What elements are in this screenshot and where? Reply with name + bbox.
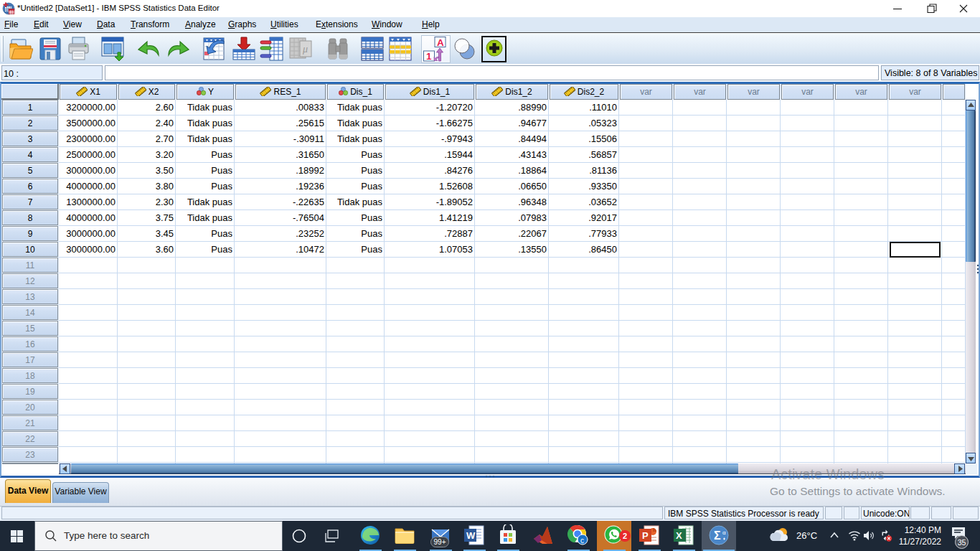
svg-text:α: α	[722, 529, 726, 536]
svg-text:Σ: Σ	[714, 529, 721, 542]
svg-text:c: c	[580, 537, 584, 545]
svg-text:W: W	[466, 530, 476, 541]
svg-text:P: P	[642, 530, 649, 541]
svg-text:X: X	[676, 530, 682, 541]
svg-text:A: A	[437, 37, 444, 48]
svg-text:1: 1	[426, 51, 432, 62]
svg-text:μ: μ	[302, 44, 308, 55]
